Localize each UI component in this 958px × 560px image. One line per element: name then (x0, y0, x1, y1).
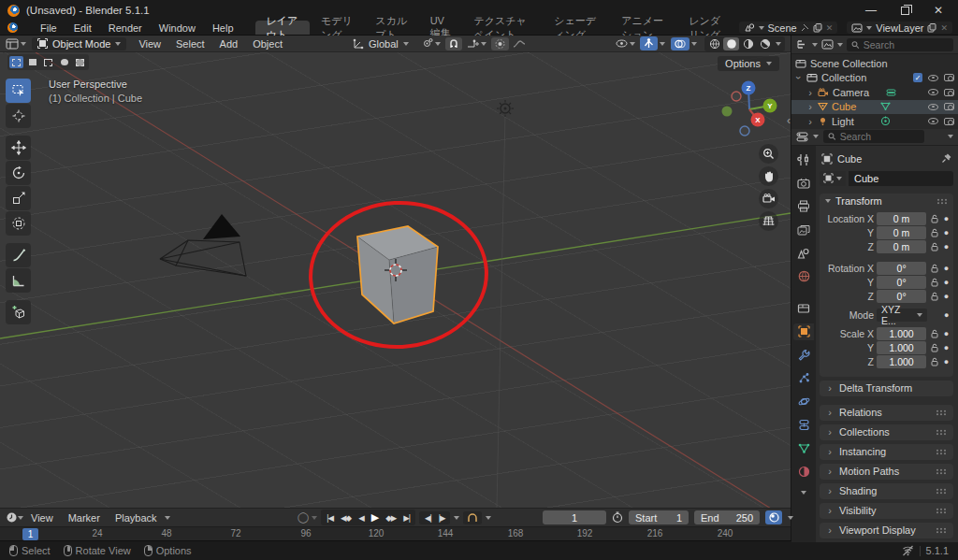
unlink-scene-icon[interactable]: ✕ (826, 23, 834, 33)
pin-id-icon[interactable] (941, 153, 951, 164)
shading-rendered-icon[interactable] (757, 37, 773, 50)
3d-viewport[interactable]: Z Y X Options (0, 52, 791, 508)
tool-measure[interactable] (6, 268, 31, 293)
animate-rotation-y-dot[interactable]: ● (943, 278, 950, 287)
tool-scale[interactable] (6, 186, 31, 210)
sidebar-toggle-arrow[interactable]: ‹ (787, 114, 791, 127)
animate-rotation-z-dot[interactable]: ● (943, 292, 950, 301)
animate-location-y-dot[interactable]: ● (943, 228, 950, 237)
current-frame-field[interactable]: 1 (543, 510, 606, 524)
record-icon[interactable]: ◯ (298, 511, 317, 524)
play-button[interactable]: ▶ (369, 510, 381, 524)
camera-hide-icon[interactable] (928, 89, 938, 95)
transform-panel-header[interactable]: Transform (820, 194, 953, 209)
select-invert-icon[interactable] (57, 56, 71, 68)
panel-relations[interactable]: › Relations (820, 405, 953, 422)
tab-render[interactable] (793, 175, 814, 192)
lock-rotation-x-icon[interactable] (929, 264, 940, 273)
viewport-options-button[interactable]: Options (718, 56, 779, 71)
tab-world[interactable] (793, 268, 814, 285)
overlays-caret[interactable] (691, 42, 697, 46)
outliner-row-light[interactable]: › Light (791, 114, 958, 129)
lock-scale-z-icon[interactable] (929, 357, 940, 366)
workspace-tab-texture-paint[interactable]: テクスチャペイント (462, 21, 543, 35)
select-intersect-icon[interactable] (73, 56, 87, 68)
maximize-button[interactable] (901, 7, 909, 15)
panel-instancing[interactable]: › Instancing (820, 444, 953, 461)
remove-view-layer-icon[interactable]: ✕ (940, 23, 948, 33)
next-keyframe-button[interactable]: ◆▶ (383, 512, 399, 524)
properties-editor-icon[interactable] (796, 132, 808, 142)
tab-scene[interactable] (793, 245, 814, 262)
view-layer-dropdown-caret[interactable] (866, 26, 872, 30)
workspace-tab-sculpting[interactable]: スカルプト (364, 21, 418, 35)
editor-type-caret[interactable] (21, 42, 26, 46)
network-offline-icon[interactable] (902, 545, 914, 556)
animate-scale-z-dot[interactable]: ● (943, 357, 950, 366)
tab-material[interactable] (793, 464, 814, 481)
rotation-y-field[interactable]: 0° (877, 276, 926, 289)
snap-magnet-icon[interactable] (445, 37, 462, 50)
panel-viewport-display[interactable]: › Viewport Display (820, 523, 953, 539)
panel-visibility[interactable]: › Visibility (820, 503, 953, 520)
properties-options-caret[interactable] (948, 135, 953, 138)
gizmo-x-neg[interactable] (732, 92, 741, 101)
light-render-icon[interactable] (944, 118, 954, 125)
lock-location-y-icon[interactable] (929, 228, 940, 237)
workspace-tab-rendering[interactable]: レンダリング (677, 21, 738, 35)
collection-render-icon[interactable] (944, 74, 954, 81)
timeline-menu-view[interactable]: View (23, 512, 61, 524)
transform-orientation-dropdown[interactable]: Global (353, 38, 409, 50)
tool-rotate[interactable] (6, 161, 31, 185)
delta-transform-panel[interactable]: › Delta Transform (820, 381, 953, 397)
prev-frame-button[interactable]: ◀| (422, 512, 434, 524)
tab-tool[interactable] (793, 151, 814, 168)
playback-caret[interactable] (165, 516, 170, 520)
toggle-ortho-button[interactable] (759, 211, 778, 231)
camera-view-button[interactable] (759, 189, 778, 208)
display-mode-caret[interactable] (837, 43, 843, 47)
tab-object[interactable] (793, 323, 814, 340)
panel-shading[interactable]: › Shading (820, 483, 953, 500)
frame-step-caret[interactable] (454, 516, 459, 520)
breadcrumb-object-name[interactable]: Cube (837, 153, 862, 165)
camera-object[interactable] (160, 214, 246, 276)
gizmo-z-neg[interactable] (740, 126, 749, 136)
gizmos-caret[interactable] (660, 42, 665, 46)
outliner-editor-caret[interactable] (812, 43, 818, 47)
editor-type-icon[interactable] (6, 38, 19, 50)
rotation-z-field[interactable]: 0° (877, 290, 926, 303)
lock-location-z-icon[interactable] (929, 242, 940, 251)
workspace-tab-layout[interactable]: レイアウト (255, 21, 310, 35)
properties-search-input[interactable] (840, 131, 920, 142)
object-name-type-icon[interactable] (820, 171, 846, 186)
snap-pivot-icon[interactable] (418, 36, 443, 50)
shading-material-icon[interactable] (740, 37, 756, 50)
pin-scene-icon[interactable] (801, 23, 809, 32)
rotation-mode-dropdown[interactable]: XYZ E... (877, 309, 927, 322)
tab-output[interactable] (793, 198, 814, 215)
location-z-field[interactable]: 0 m (877, 240, 926, 253)
camera-render-icon[interactable] (944, 89, 954, 96)
timeline-ruler[interactable]: 1 24 48 72 96 120 144 168 192 216 240 (0, 526, 791, 540)
outliner-search[interactable] (847, 38, 953, 51)
new-scene-icon[interactable] (813, 23, 822, 33)
menu-edit[interactable]: Edit (65, 21, 100, 35)
panel-motion-paths[interactable]: › Motion Paths (820, 464, 953, 481)
outliner-row-collection[interactable]: › Collection ✓ (791, 71, 958, 86)
blender-menu-icon[interactable] (7, 22, 18, 33)
location-x-field[interactable]: 0 m (877, 212, 926, 225)
animate-location-x-dot[interactable]: ● (943, 214, 950, 223)
collection-checkbox[interactable]: ✓ (913, 73, 922, 82)
scale-z-field[interactable]: 1.000 (877, 355, 926, 368)
workspace-tab-modeling[interactable]: モデリング (310, 21, 364, 35)
viewport-menu-view[interactable]: View (132, 38, 167, 50)
menu-window[interactable]: Window (151, 21, 204, 35)
animate-scale-x-dot[interactable]: ● (943, 329, 950, 338)
select-subtract-icon[interactable] (41, 56, 55, 68)
object-name-field[interactable]: Cube (849, 171, 953, 186)
current-frame-indicator[interactable]: 1 (22, 528, 38, 540)
panel-grip-icon[interactable] (936, 198, 948, 205)
lock-rotation-y-icon[interactable] (929, 278, 940, 287)
view-layer-selector[interactable]: ViewLayer ✕ (847, 22, 952, 34)
